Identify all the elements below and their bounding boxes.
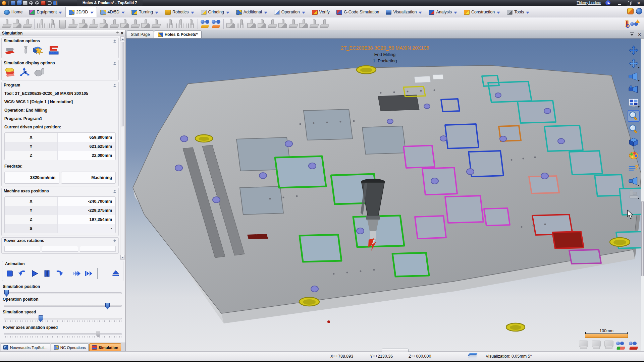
panel-grip-handle[interactable]	[382, 349, 409, 352]
machine-display-icon[interactable]	[628, 188, 640, 200]
chevron-down-icon[interactable]	[226, 11, 229, 14]
chevron-down-icon[interactable]	[122, 11, 125, 14]
tab-analysis[interactable]: Analysis	[425, 7, 461, 17]
toolpath-binoculars-icon[interactable]	[200, 19, 210, 29]
tool-icon-5[interactable]	[109, 19, 119, 29]
tool-icon-9[interactable]	[151, 19, 161, 29]
viewports-layout-icon[interactable]	[628, 97, 640, 109]
options-icon[interactable]	[57, 19, 67, 29]
tab-grinding[interactable]: Grinding	[198, 7, 233, 17]
saddle-icon-2[interactable]	[319, 19, 329, 29]
tag-button-selected[interactable]	[625, 20, 629, 27]
view-direction-icon[interactable]	[628, 71, 640, 83]
tool-icon-8[interactable]	[141, 19, 150, 29]
tool-icon-6[interactable]	[120, 19, 129, 29]
restore-button[interactable]	[627, 1, 632, 5]
orbit-icon[interactable]	[628, 58, 640, 70]
material-removal-icon[interactable]	[48, 45, 59, 55]
tool-icon-1[interactable]	[68, 19, 77, 29]
help-notes-icon[interactable]: ?	[628, 162, 640, 174]
watch-up-icon[interactable]	[630, 19, 640, 28]
save-all-icon[interactable]	[17, 1, 21, 5]
milling-icon-1[interactable]	[2, 19, 11, 29]
tool-icon-2[interactable]	[78, 19, 88, 29]
tab-operation[interactable]: Operation	[271, 7, 309, 17]
tab-nouveautes[interactable]: Nouveautés TopSoli...	[1, 343, 50, 351]
minimize-button[interactable]	[617, 1, 623, 5]
zoom-icon[interactable]	[628, 123, 640, 135]
collapse-group-icon[interactable]	[113, 40, 116, 43]
save-icon[interactable]	[11, 1, 15, 5]
drill-icon-3[interactable]	[186, 19, 196, 29]
surface-icon-6[interactable]	[278, 19, 287, 29]
surface-icon-2[interactable]	[236, 19, 246, 29]
panel-scrollbar[interactable]	[120, 36, 125, 260]
machined-plate[interactable]	[133, 65, 644, 331]
3d-model-canvas[interactable]	[126, 39, 644, 351]
print-icon[interactable]	[23, 1, 28, 5]
tab-construction[interactable]: Construction	[461, 7, 503, 17]
tab-holes-pockets[interactable]: Holes & Pockets*	[154, 31, 202, 38]
user-account-link[interactable]: Thierry Leclerc	[577, 1, 601, 5]
stop-button[interactable]	[6, 269, 14, 278]
surface-icon-4[interactable]	[257, 19, 267, 29]
chevron-down-icon[interactable]	[264, 11, 267, 14]
collapse-group-icon[interactable]	[113, 239, 116, 243]
surface-icon-1[interactable]	[226, 19, 235, 29]
drill-icon-2[interactable]	[175, 19, 185, 29]
tool-icon-4[interactable]	[99, 19, 109, 29]
slider-track[interactable]	[4, 292, 122, 294]
viewport-3d[interactable]: 2T_EC200E38-3C20_50 MAXIN 20X105 End Mil…	[126, 39, 644, 351]
pattern-icon-1[interactable]	[37, 19, 46, 29]
view-direction-2-icon[interactable]	[628, 175, 640, 187]
camera-icon[interactable]	[628, 84, 640, 96]
tool-icon-3[interactable]	[89, 19, 98, 29]
chevron-down-icon[interactable]	[302, 11, 305, 14]
collision-check-icon[interactable]	[33, 45, 44, 55]
user-avatar[interactable]: TL	[605, 0, 610, 5]
chevron-down-icon[interactable]	[155, 11, 158, 14]
stock-ghost-icon[interactable]	[591, 340, 601, 350]
export-icon[interactable]	[41, 1, 46, 5]
render-style-icon[interactable]	[628, 149, 640, 161]
tab-additional[interactable]: Additional	[233, 7, 271, 17]
chevron-down-icon[interactable]	[526, 11, 529, 14]
milling-icon-2[interactable]	[12, 19, 22, 29]
tab-verify[interactable]: Verify	[309, 7, 333, 17]
scrollbar-thumb[interactable]	[121, 42, 124, 126]
tab-list-icon[interactable]	[630, 33, 634, 36]
tab-tools[interactable]: Tools	[503, 7, 533, 17]
fast-forward-button[interactable]	[72, 269, 80, 278]
pan-icon[interactable]	[628, 45, 640, 57]
stock-binoculars-icon[interactable]	[211, 19, 221, 29]
surface-icon-7[interactable]	[288, 19, 298, 29]
tab-4d5d[interactable]: 4D/5D	[97, 7, 128, 17]
collapse-group-icon[interactable]	[113, 84, 116, 87]
chevron-down-icon[interactable]	[91, 11, 94, 14]
close-panel-icon[interactable]: ×	[121, 31, 123, 36]
tab-nc-operations[interactable]: NC Operations	[51, 343, 89, 351]
chevron-down-icon[interactable]	[497, 11, 500, 14]
close-document-icon[interactable]: ×	[638, 32, 641, 37]
tab-robotics[interactable]: Robotics	[162, 7, 198, 17]
milling-icon-3[interactable]	[22, 19, 32, 29]
tab-home[interactable]: Home	[1, 7, 26, 17]
exit-document-icon[interactable]	[53, 1, 58, 5]
customize-icon[interactable]	[627, 8, 634, 14]
axes-display-icon[interactable]	[19, 67, 30, 77]
pattern-icon-2[interactable]	[47, 19, 57, 29]
about-icon[interactable]	[636, 8, 642, 14]
collapse-group-icon[interactable]	[113, 190, 116, 193]
scroll-up-icon[interactable]	[120, 37, 124, 41]
eject-button[interactable]	[112, 269, 120, 278]
scrollbar-thumb[interactable]	[641, 201, 644, 276]
part-ghost-icon[interactable]	[603, 340, 614, 350]
machine-ghost-icon[interactable]	[578, 340, 588, 350]
chevron-down-icon[interactable]	[454, 11, 457, 14]
drill-icon-1[interactable]	[165, 19, 175, 29]
pin-icon[interactable]	[115, 31, 119, 36]
tab-simulation[interactable]: Simulation	[89, 343, 121, 351]
tool-icon-7[interactable]	[130, 19, 140, 29]
chevron-down-icon[interactable]	[419, 11, 422, 14]
machining-simulation-icon[interactable]	[4, 45, 15, 55]
